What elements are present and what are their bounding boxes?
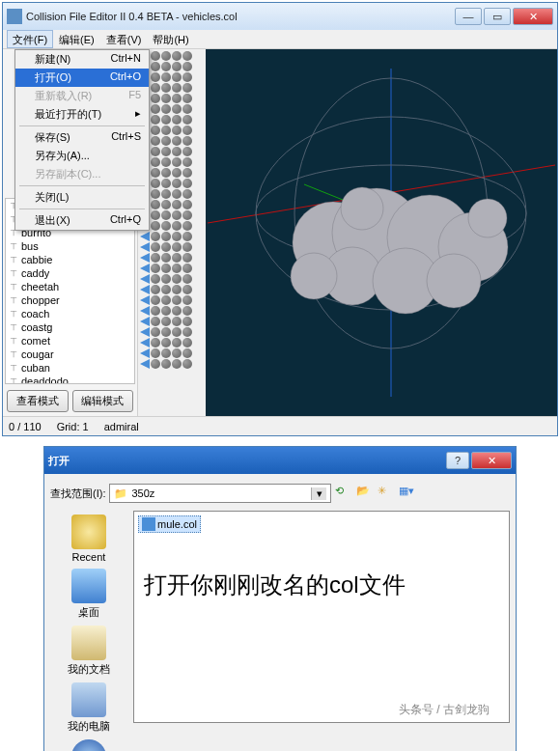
new-folder-icon[interactable]: ✳	[378, 485, 395, 502]
sphere-icon[interactable]	[172, 168, 182, 178]
sphere-icon[interactable]	[172, 72, 182, 82]
sphere-icon[interactable]	[151, 83, 160, 93]
sphere-icon[interactable]	[151, 115, 160, 125]
place-desktop[interactable]: 桌面	[71, 569, 106, 620]
sphere-icon[interactable]	[182, 115, 192, 125]
list-item[interactable]: bus	[6, 239, 134, 253]
menu-exit[interactable]: 退出(X)Ctrl+Q	[15, 211, 149, 230]
sphere-icon[interactable]	[172, 83, 182, 93]
minimize-button[interactable]: —	[455, 8, 482, 25]
sphere-icon[interactable]	[172, 94, 182, 103]
menu-view[interactable]: 查看(V)	[100, 30, 148, 48]
sphere-icon[interactable]	[151, 168, 160, 178]
sphere-icon[interactable]	[172, 242, 182, 252]
up-icon[interactable]: 📂	[356, 485, 374, 502]
sphere-icon[interactable]	[161, 285, 171, 294]
place-recent[interactable]: Recent	[71, 515, 106, 563]
sphere-icon[interactable]	[182, 94, 192, 103]
sphere-icon[interactable]	[172, 136, 182, 146]
sphere-icon[interactable]	[182, 232, 192, 241]
list-item[interactable]: caddy	[6, 266, 134, 280]
sphere-icon[interactable]	[172, 189, 182, 199]
arrow-icon[interactable]	[140, 306, 150, 316]
sphere-icon[interactable]	[151, 200, 160, 209]
sphere-icon[interactable]	[161, 125, 171, 135]
sphere-icon[interactable]	[161, 115, 171, 125]
sphere-icon[interactable]	[172, 157, 182, 167]
sphere-icon[interactable]	[161, 157, 171, 167]
sphere-icon[interactable]	[151, 62, 160, 71]
list-item[interactable]: coach	[6, 307, 134, 320]
sphere-icon[interactable]	[182, 168, 192, 178]
sphere-icon[interactable]	[172, 104, 182, 114]
sphere-icon[interactable]	[151, 104, 160, 114]
place-network[interactable]: 网上邻居	[68, 739, 110, 751]
dialog-close-button[interactable]: ✕	[471, 452, 512, 469]
sphere-icon[interactable]	[182, 274, 192, 284]
dialog-titlebar[interactable]: 打开 ? ✕	[44, 447, 516, 474]
sphere-icon[interactable]	[151, 189, 160, 199]
3d-viewport[interactable]	[206, 49, 557, 416]
sphere-icon[interactable]	[182, 83, 192, 93]
list-item[interactable]: cheetah	[6, 280, 134, 293]
sphere-icon[interactable]	[182, 327, 192, 337]
sphere-icon[interactable]	[161, 317, 171, 326]
sphere-icon[interactable]	[151, 327, 160, 337]
sphere-icon[interactable]	[182, 200, 192, 209]
sphere-icon[interactable]	[182, 253, 192, 263]
menu-recent[interactable]: 最近打开的(T)▸	[15, 105, 149, 124]
sphere-icon[interactable]	[161, 51, 171, 61]
sphere-icon[interactable]	[182, 264, 192, 273]
sphere-icon[interactable]	[182, 210, 192, 220]
arrow-icon[interactable]	[140, 232, 150, 241]
sphere-icon[interactable]	[151, 295, 160, 305]
menu-new[interactable]: 新建(N)Ctrl+N	[15, 50, 149, 69]
sphere-icon[interactable]	[161, 104, 171, 114]
arrow-icon[interactable]	[140, 285, 150, 294]
sphere-icon[interactable]	[172, 51, 182, 61]
sphere-icon[interactable]	[151, 136, 160, 146]
sphere-icon[interactable]	[172, 115, 182, 125]
sphere-icon[interactable]	[182, 317, 192, 326]
list-item[interactable]: cuban	[6, 361, 134, 375]
chevron-down-icon[interactable]: ▾	[311, 487, 326, 500]
menu-saveas[interactable]: 另存为(A)...	[15, 147, 149, 165]
sphere-icon[interactable]	[161, 210, 171, 220]
sphere-icon[interactable]	[182, 136, 192, 146]
sphere-icon[interactable]	[151, 147, 160, 156]
sphere-icon[interactable]	[161, 83, 171, 93]
sphere-icon[interactable]	[151, 253, 160, 263]
sphere-icon[interactable]	[172, 359, 182, 369]
sphere-icon[interactable]	[172, 147, 182, 156]
sphere-icon[interactable]	[161, 253, 171, 263]
editor-titlebar[interactable]: Collision File Editor II 0.4 BETA - vehi…	[3, 3, 557, 30]
arrow-icon[interactable]	[140, 295, 150, 305]
sphere-icon[interactable]	[172, 327, 182, 337]
sphere-icon[interactable]	[151, 359, 160, 369]
arrow-icon[interactable]	[140, 317, 150, 326]
place-mycomp[interactable]: 我的电脑	[68, 682, 110, 734]
list-item[interactable]: comet	[6, 334, 134, 348]
menu-save[interactable]: 保存(S)Ctrl+S	[15, 128, 149, 147]
sphere-icon[interactable]	[182, 348, 192, 358]
close-button[interactable]: ✕	[513, 8, 553, 25]
sphere-icon[interactable]	[182, 72, 192, 82]
sphere-icon[interactable]	[182, 104, 192, 114]
sphere-icon[interactable]	[182, 221, 192, 231]
sphere-icon[interactable]	[182, 51, 192, 61]
sphere-icon[interactable]	[161, 94, 171, 103]
sphere-icon[interactable]	[161, 295, 171, 305]
views-icon[interactable]: ▦▾	[399, 485, 416, 502]
menu-help[interactable]: 帮助(H)	[147, 30, 194, 48]
arrow-icon[interactable]	[140, 338, 150, 348]
sphere-icon[interactable]	[182, 338, 192, 348]
sphere-icon[interactable]	[151, 51, 160, 61]
sphere-icon[interactable]	[172, 253, 182, 263]
sphere-icon[interactable]	[151, 72, 160, 82]
sphere-icon[interactable]	[161, 72, 171, 82]
sphere-icon[interactable]	[182, 189, 192, 199]
lookin-combo[interactable]: 📁 350z ▾	[109, 484, 331, 503]
sphere-icon[interactable]	[182, 157, 192, 167]
sphere-icon[interactable]	[161, 327, 171, 337]
sphere-icon[interactable]	[172, 274, 182, 284]
